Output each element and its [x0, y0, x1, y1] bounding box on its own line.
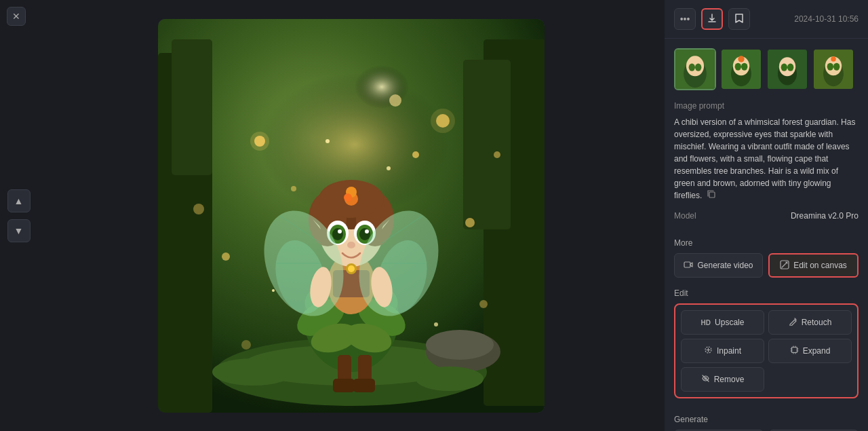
svg-point-76	[686, 56, 704, 76]
svg-point-89	[787, 64, 793, 71]
svg-point-72	[212, 358, 294, 386]
remove-icon	[701, 374, 710, 385]
svg-point-64	[272, 289, 275, 292]
expand-label: Expand	[803, 346, 831, 356]
edit-title: Edit	[674, 288, 859, 298]
svg-point-30	[365, 229, 369, 233]
left-navigation: ▲ ▼	[0, 0, 37, 431]
prompt-section-label: Image prompt	[665, 97, 868, 113]
svg-point-28	[359, 228, 370, 240]
remove-button[interactable]: Remove	[681, 367, 764, 392]
svg-point-56	[291, 186, 296, 191]
svg-point-93	[827, 63, 833, 71]
edit-on-canvas-button[interactable]: Edit on canvas	[768, 253, 859, 278]
bookmark-icon	[734, 13, 745, 26]
chevron-down-icon: ▼	[14, 225, 24, 236]
close-button[interactable]: ✕	[7, 7, 26, 26]
svg-point-55	[412, 151, 419, 158]
main-image	[158, 19, 545, 413]
svg-point-77	[689, 64, 695, 71]
svg-point-36	[344, 193, 352, 202]
inpaint-icon	[704, 345, 713, 356]
svg-point-84	[738, 56, 744, 62]
svg-point-27	[332, 228, 343, 240]
svg-point-61	[193, 204, 204, 214]
edit-on-canvas-label: Edit on canvas	[793, 261, 847, 270]
thumbnail-1[interactable]	[674, 48, 716, 90]
right-panel: ••• 2024-10-31 10:56	[665, 0, 868, 431]
more-title: More	[674, 238, 859, 248]
model-label: Model	[674, 211, 696, 221]
download-icon	[707, 13, 717, 26]
svg-point-6	[307, 60, 443, 168]
model-value: Dreamina v2.0 Pro	[791, 211, 859, 221]
thumbnails-row	[665, 39, 868, 97]
main-image-container	[158, 19, 545, 413]
svg-point-73	[416, 367, 484, 391]
main-image-area	[37, 0, 665, 431]
svg-point-62	[326, 139, 330, 143]
more-buttons: Generate video Edit on canvas	[674, 253, 859, 278]
generate-video-button[interactable]: Generate video	[674, 253, 763, 278]
expand-icon	[790, 345, 799, 356]
copy-prompt-icon[interactable]	[707, 190, 715, 202]
remove-label: Remove	[714, 375, 745, 384]
chevron-up-icon: ▲	[14, 195, 24, 206]
svg-point-52	[431, 109, 455, 133]
nav-down-button[interactable]: ▼	[7, 219, 31, 242]
thumbnail-2[interactable]	[720, 48, 762, 90]
canvas-icon	[780, 260, 789, 271]
thumbnail-1-img	[675, 50, 715, 89]
fairy-scene-svg	[158, 19, 545, 413]
thumbnail-4[interactable]	[812, 48, 854, 90]
svg-point-67	[348, 265, 355, 272]
svg-point-59	[241, 340, 251, 350]
nav-up-button[interactable]: ▲	[7, 189, 31, 212]
ellipsis-icon: •••	[680, 14, 690, 24]
thumbnail-3[interactable]	[766, 48, 808, 90]
timestamp: 2024-10-31 10:56	[794, 14, 859, 24]
svg-point-94	[833, 63, 840, 71]
svg-point-65	[434, 322, 438, 326]
edit-section: Edit HD Upscale Retouch	[665, 283, 868, 404]
svg-rect-2	[172, 39, 212, 175]
prompt-text: A chibi version of a whimsical forest gu…	[665, 113, 868, 207]
edit-grid: HD Upscale Retouch	[674, 303, 859, 398]
expand-button[interactable]: Expand	[768, 339, 852, 363]
model-row: Model Dreamina v2.0 Pro	[665, 207, 868, 227]
svg-rect-96	[709, 192, 715, 198]
svg-point-29	[338, 229, 342, 233]
svg-point-63	[387, 166, 391, 170]
svg-point-82	[735, 63, 741, 71]
thumbnail-4-img	[814, 50, 853, 89]
svg-point-58	[479, 300, 488, 308]
retouch-label: Retouch	[802, 318, 832, 327]
upscale-label: Upscale	[715, 318, 744, 327]
svg-point-54	[465, 218, 475, 227]
video-icon	[684, 260, 693, 271]
svg-point-71	[426, 330, 494, 360]
generate-title: Generate	[674, 415, 859, 424]
svg-rect-97	[684, 262, 690, 267]
svg-rect-48	[353, 379, 375, 392]
retouch-button[interactable]: Retouch	[768, 310, 852, 335]
svg-point-50	[250, 132, 269, 151]
close-icon: ✕	[12, 11, 20, 22]
inpaint-button[interactable]: Inpaint	[681, 339, 764, 363]
thumbnail-3-img	[768, 50, 807, 89]
svg-point-83	[741, 63, 747, 71]
top-toolbar: ••• 2024-10-31 10:56	[665, 0, 868, 39]
bookmark-button[interactable]	[728, 8, 750, 30]
more-section: More Generate video Edit o	[665, 233, 868, 283]
generate-section: Generate Regenerate	[665, 409, 868, 431]
thumbnail-2-img	[722, 50, 761, 89]
upscale-icon: HD	[701, 319, 711, 326]
svg-point-31	[347, 242, 355, 248]
download-button[interactable]	[701, 8, 723, 30]
retouch-icon	[789, 317, 797, 328]
svg-point-53	[222, 252, 230, 261]
svg-point-60	[494, 151, 500, 158]
upscale-button[interactable]: HD Upscale	[681, 310, 764, 335]
more-options-button[interactable]: •••	[674, 8, 696, 30]
svg-point-78	[695, 64, 701, 71]
